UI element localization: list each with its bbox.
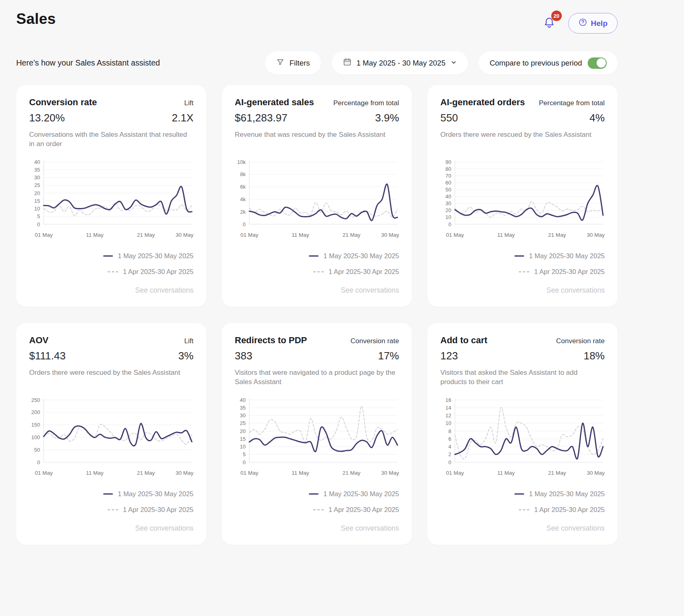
svg-text:10: 10 — [446, 214, 451, 220]
see-conversations-link[interactable]: See conversations — [341, 524, 399, 533]
card-title: Add to cart — [440, 335, 487, 346]
current-period-label: 1 May 2025-30 May 2025 — [118, 490, 193, 498]
see-conversations-link[interactable]: See conversations — [135, 286, 193, 295]
current-period-label: 1 May 2025-30 May 2025 — [118, 252, 193, 260]
previous-period-label: 1 Apr 2025-30 Apr 2025 — [329, 268, 399, 276]
current-period-swatch — [309, 255, 319, 257]
svg-text:20: 20 — [446, 207, 451, 213]
top-bar: Sales 20 Help — [16, 11, 618, 34]
svg-text:35: 35 — [34, 167, 40, 173]
previous-period-label: 1 Apr 2025-30 Apr 2025 — [123, 506, 193, 514]
filter-icon — [276, 58, 285, 68]
previous-period-swatch — [313, 271, 324, 272]
see-conversations-link[interactable]: See conversations — [546, 524, 605, 533]
compare-label: Compare to previous period — [490, 59, 582, 68]
svg-text:8: 8 — [448, 428, 451, 434]
previous-period-swatch — [313, 509, 324, 510]
svg-text:2k: 2k — [240, 209, 246, 215]
svg-text:50: 50 — [34, 447, 40, 453]
card-secondary-label: Conversion rate — [556, 337, 605, 345]
filters-label: Filters — [289, 59, 310, 68]
line-chart: 010203040506070809001 May11 May21 May30 … — [440, 158, 605, 240]
svg-text:100: 100 — [31, 434, 40, 440]
svg-text:11 May: 11 May — [86, 470, 104, 476]
compare-toggle[interactable] — [588, 57, 607, 69]
svg-text:01 May: 01 May — [35, 470, 53, 476]
svg-text:0: 0 — [243, 221, 246, 227]
svg-text:250: 250 — [31, 397, 40, 403]
svg-text:20: 20 — [34, 190, 40, 196]
line-chart: 051015202530354001 May11 May21 May30 May — [29, 158, 193, 240]
svg-text:21 May: 21 May — [548, 232, 566, 238]
metrics-grid: Conversion rateLift 13.20%2.1X Conversat… — [16, 85, 618, 545]
svg-text:0: 0 — [37, 459, 40, 465]
card-value: 550 — [440, 112, 458, 124]
card-description: Visitors that asked the Sales Assistant … — [440, 368, 605, 387]
svg-text:4: 4 — [448, 444, 451, 450]
toggle-knob — [597, 58, 606, 68]
line-chart: 02k4k6k8k10k01 May11 May21 May30 May — [235, 158, 399, 240]
svg-text:0: 0 — [37, 221, 40, 227]
svg-text:0: 0 — [243, 459, 246, 465]
svg-text:12: 12 — [446, 412, 451, 418]
current-period-label: 1 May 2025-30 May 2025 — [529, 490, 605, 498]
filters-button[interactable]: Filters — [265, 51, 321, 74]
svg-text:15: 15 — [240, 436, 246, 442]
previous-period-label: 1 Apr 2025-30 Apr 2025 — [329, 506, 399, 514]
card-redirects-to-pdp: Redirects to PDPConversion rate 38317% V… — [222, 323, 412, 545]
previous-period-swatch — [519, 509, 529, 510]
previous-period-swatch — [108, 509, 118, 510]
svg-text:10: 10 — [240, 444, 246, 450]
date-range-picker[interactable]: 1 May 2025 - 30 May 2025 — [332, 51, 468, 74]
svg-text:30: 30 — [446, 200, 451, 206]
svg-text:10k: 10k — [237, 159, 246, 165]
card-secondary-label: Percentage from total — [333, 99, 399, 107]
page-subtitle: Here’s how your Sales Assistant assisted — [16, 58, 160, 68]
card-description: Conversations with the Sales Assistant t… — [29, 130, 193, 149]
see-conversations-link[interactable]: See conversations — [341, 286, 399, 295]
card-secondary-label: Lift — [184, 99, 193, 107]
card-description: Visitors that were navigated to a produc… — [235, 368, 399, 387]
svg-text:01 May: 01 May — [240, 232, 259, 238]
svg-text:20: 20 — [240, 428, 246, 434]
card-title: Conversion rate — [29, 97, 97, 108]
card-secondary-value: 17% — [378, 350, 399, 362]
card-ai-generated-orders: AI-generated ordersPercentage from total… — [427, 85, 618, 307]
previous-period-swatch — [519, 271, 529, 272]
card-title: AI-generated orders — [440, 97, 525, 108]
svg-text:0: 0 — [448, 459, 451, 465]
svg-text:14: 14 — [446, 405, 451, 411]
help-button[interactable]: Help — [568, 13, 618, 34]
chevron-down-icon — [450, 59, 457, 68]
compare-previous-period-pill: Compare to previous period — [479, 51, 618, 74]
current-period-swatch — [514, 493, 524, 495]
card-secondary-label: Conversion rate — [350, 337, 399, 345]
card-value: $111.43 — [29, 350, 66, 362]
svg-text:30 May: 30 May — [381, 232, 399, 238]
card-value: 383 — [235, 350, 252, 362]
svg-text:8k: 8k — [240, 171, 246, 177]
current-period-label: 1 May 2025-30 May 2025 — [323, 490, 399, 498]
svg-text:6: 6 — [448, 436, 451, 442]
svg-text:150: 150 — [31, 422, 40, 428]
sales-dashboard: Sales 20 Help — [0, 0, 684, 561]
current-period-swatch — [309, 493, 319, 495]
see-conversations-link[interactable]: See conversations — [135, 524, 193, 533]
svg-text:10: 10 — [34, 206, 40, 212]
controls-right: Filters — [265, 51, 618, 74]
notifications-button[interactable]: 20 — [542, 15, 557, 32]
card-secondary-value: 3% — [178, 350, 193, 362]
svg-text:11 May: 11 May — [292, 232, 310, 238]
question-circle-icon — [578, 18, 587, 29]
svg-text:21 May: 21 May — [137, 232, 155, 238]
line-chart: 051015202530354001 May11 May21 May30 May — [235, 396, 399, 478]
card-value: 13.20% — [29, 112, 65, 124]
svg-text:01 May: 01 May — [446, 470, 464, 476]
svg-text:16: 16 — [446, 397, 451, 403]
previous-period-label: 1 Apr 2025-30 Apr 2025 — [534, 268, 605, 276]
previous-period-swatch — [108, 271, 118, 272]
see-conversations-link[interactable]: See conversations — [546, 286, 605, 295]
svg-text:30: 30 — [34, 174, 40, 181]
card-title: AOV — [29, 335, 49, 346]
date-range-label: 1 May 2025 - 30 May 2025 — [357, 59, 446, 68]
